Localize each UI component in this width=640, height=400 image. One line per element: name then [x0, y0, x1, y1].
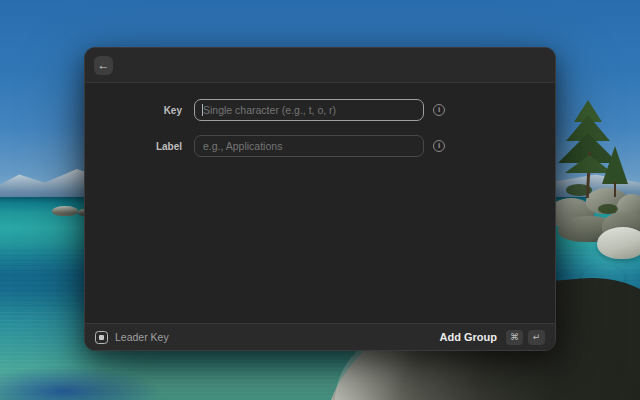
- shore-shrub: [598, 204, 618, 214]
- leader-key-app-icon-dot: [99, 335, 104, 340]
- return-key-icon: ↵: [528, 330, 545, 345]
- back-button[interactable]: ←: [94, 56, 113, 75]
- command-key-icon: ⌘: [506, 330, 523, 345]
- key-input-wrap: [194, 99, 424, 121]
- pine-trunk: [614, 182, 616, 197]
- dialog-body: Key i Label i: [85, 83, 555, 323]
- label-input[interactable]: [194, 135, 424, 157]
- label-input-wrap: [194, 135, 424, 157]
- horizon-rock: [52, 206, 78, 216]
- label-field-label: Label: [85, 141, 194, 152]
- footer-actions: Add Group ⌘ ↵: [440, 330, 545, 345]
- pine-foliage: [602, 146, 628, 184]
- text-cursor: [202, 104, 203, 116]
- lake-boulder: [597, 227, 640, 259]
- label-info-icon[interactable]: i: [433, 140, 445, 152]
- label-field-row: Label i: [85, 135, 555, 157]
- key-field-row: Key i: [85, 99, 555, 121]
- key-info-icon[interactable]: i: [433, 104, 445, 116]
- key-field-label: Key: [85, 105, 194, 116]
- submerged-rock-shadow: [0, 366, 162, 400]
- small-pine-tree: [602, 146, 628, 198]
- app-name: Leader Key: [115, 331, 169, 343]
- leader-key-app-icon: [95, 331, 108, 344]
- dialog-footer: Leader Key Add Group ⌘ ↵: [85, 323, 555, 350]
- key-input[interactable]: [194, 99, 424, 121]
- dialog-header: ←: [85, 48, 555, 83]
- leader-key-dialog: ← Key i Label i Leader Key Add Group ⌘ ↵: [84, 47, 556, 351]
- add-group-button[interactable]: Add Group: [440, 331, 497, 343]
